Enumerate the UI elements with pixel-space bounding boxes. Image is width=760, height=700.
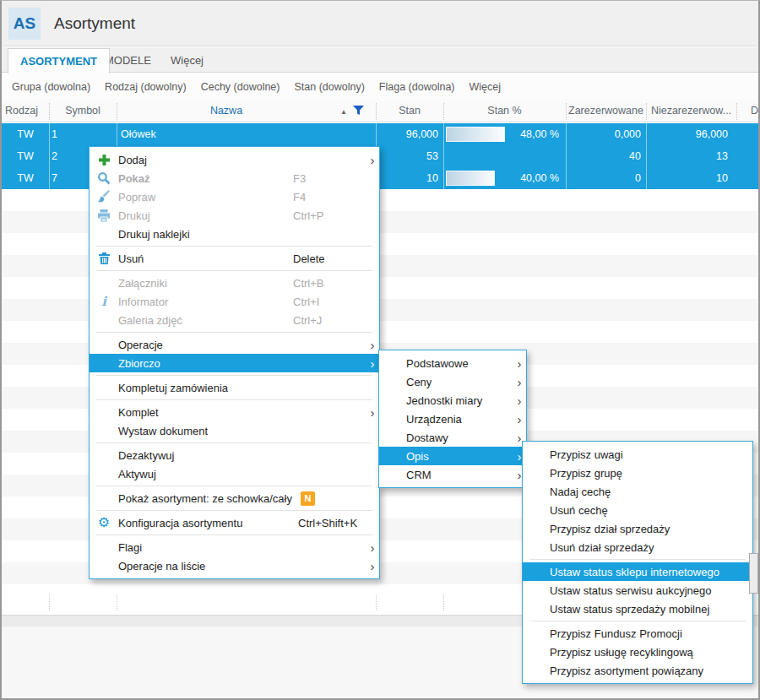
grid-header: Rodzaj Symbol Nazwa ▲ Stan Stan % Zareze… bbox=[2, 100, 758, 122]
menu-item-pokaz[interactable]: Pokaż F3 bbox=[90, 169, 379, 187]
menu-item-drukuj-naklejki[interactable]: Drukuj naklejki bbox=[90, 225, 379, 243]
menu-item-operacje[interactable]: Operacje › bbox=[90, 335, 379, 354]
menu-item-pokaz-asortyment[interactable]: Pokaż asortyment: ze schowka/cały N bbox=[90, 489, 379, 507]
menu-item-popraw[interactable]: Popraw F4 bbox=[90, 187, 379, 206]
tab-bar: ASORTYMENT MODELE Więcej bbox=[2, 47, 758, 73]
sort-asc-icon[interactable]: ▲ bbox=[340, 100, 350, 122]
submenu-arrow-icon: › bbox=[513, 394, 526, 407]
column-header-nazwa[interactable]: Nazwa bbox=[117, 100, 336, 122]
menu-item-dostawy[interactable]: Dostawy › bbox=[379, 428, 526, 447]
menu-item-usun[interactable]: Usuń Delete bbox=[90, 249, 379, 268]
table-row[interactable]: TW 1 Ołówek 96,000 48,00 % 0,000 96,000 bbox=[2, 123, 758, 145]
menu-separator bbox=[529, 559, 746, 560]
column-header-niezarezerwowane[interactable]: Niezarezerwow... bbox=[646, 100, 736, 122]
cell-stan-pct: 40,00 % bbox=[443, 167, 559, 189]
filter-funnel-icon[interactable] bbox=[353, 100, 366, 122]
menu-item-przypisz-asortyment-powiazany[interactable]: Przypisz asortyment powiązany bbox=[523, 661, 752, 680]
submenu-arrow-icon: › bbox=[366, 560, 379, 572]
cell-stan: 10 bbox=[376, 167, 438, 189]
menu-item-przypisz-grupe[interactable]: Przypisz grupę bbox=[523, 464, 752, 482]
submenu-opis: Przypisz uwagi Przypisz grupę Nadaj cech… bbox=[522, 441, 753, 684]
menu-item-ceny[interactable]: Ceny › bbox=[379, 372, 526, 391]
cell-symbol: 1 bbox=[52, 123, 116, 145]
menu-item-galeria-zdjec[interactable]: Galeria zdjęć Ctrl+J bbox=[90, 311, 379, 329]
info-icon: i bbox=[90, 294, 118, 309]
menu-item-nadaj-ceche[interactable]: Nadaj cechę bbox=[523, 482, 752, 501]
cell-stan: 96,000 bbox=[376, 123, 438, 145]
menu-item-informator[interactable]: i Informator Ctrl+I bbox=[90, 292, 379, 311]
brush-icon bbox=[90, 190, 118, 203]
column-header-symbol[interactable]: Symbol bbox=[49, 100, 117, 122]
menu-item-dodaj[interactable]: Dodaj › bbox=[90, 150, 379, 169]
menu-separator bbox=[96, 375, 372, 376]
menu-item-przypisz-uwagi[interactable]: Przypisz uwagi bbox=[523, 445, 752, 464]
column-header-zarezerwowane[interactable]: Zarezerwowane bbox=[566, 100, 646, 122]
submenu-arrow-icon: › bbox=[366, 154, 379, 166]
menu-item-aktywuj[interactable]: Aktywuj bbox=[90, 464, 379, 483]
n-badge: N bbox=[301, 491, 315, 506]
column-header-rodzaj[interactable]: Rodzaj bbox=[5, 100, 47, 122]
vertical-scrollbar-thumb[interactable] bbox=[749, 553, 758, 594]
menu-item-opis[interactable]: Opis › bbox=[379, 447, 526, 465]
title-bar: AS Asortyment bbox=[2, 1, 758, 46]
filter-wiecej[interactable]: Więcej bbox=[466, 81, 505, 93]
submenu-arrow-icon: › bbox=[513, 357, 526, 370]
menu-separator bbox=[96, 442, 372, 443]
menu-separator bbox=[96, 486, 372, 486]
page-title: Asortyment bbox=[54, 1, 135, 46]
submenu-arrow-icon: › bbox=[366, 357, 379, 370]
magnifier-icon bbox=[90, 171, 118, 185]
menu-item-dezaktywuj[interactable]: Dezaktywuj bbox=[90, 446, 379, 464]
tab-asortyment[interactable]: ASORTYMENT bbox=[8, 48, 110, 73]
menu-item-komplet[interactable]: Komplet › bbox=[90, 403, 379, 421]
menu-item-usun-dzial-sprzedazy[interactable]: Usuń dział sprzedaży bbox=[523, 538, 752, 556]
cell-zarezerwowane: 0,000 bbox=[566, 123, 641, 145]
cell-rodzaj: TW bbox=[2, 145, 49, 167]
menu-separator bbox=[96, 270, 372, 271]
menu-separator bbox=[529, 621, 746, 621]
filter-stan[interactable]: Stan (dowolny) bbox=[290, 81, 367, 93]
filter-bar: Grupa (dowolna) Rodzaj (dowolny) Cechy (… bbox=[2, 73, 758, 100]
menu-item-ustaw-status-serwisu-aukcyjnego[interactable]: Ustaw status serwisu aukcyjnego bbox=[523, 581, 752, 600]
filter-rodzaj[interactable]: Rodzaj (dowolny) bbox=[101, 81, 190, 93]
menu-item-drukuj[interactable]: Drukuj Ctrl+P bbox=[90, 206, 379, 225]
menu-item-zalaczniki[interactable]: Załączniki Ctrl+B bbox=[90, 274, 379, 292]
menu-item-podstawowe[interactable]: Podstawowe › bbox=[379, 354, 526, 372]
menu-item-ustaw-status-sklepu-internetowego[interactable]: Ustaw status sklepu internetowego bbox=[523, 562, 752, 581]
cell-rodzaj: TW bbox=[2, 123, 49, 145]
printer-icon bbox=[90, 209, 118, 222]
context-menu: Dodaj › Pokaż F3 Popraw F4 Drukuj Ctrl+P bbox=[89, 146, 380, 579]
tab-wiecej[interactable]: Więcej bbox=[162, 48, 212, 73]
submenu-arrow-icon: › bbox=[366, 406, 379, 419]
menu-item-usun-ceche[interactable]: Usuń cechę bbox=[523, 501, 752, 519]
submenu-arrow-icon: › bbox=[513, 413, 526, 426]
filter-grupa[interactable]: Grupa (dowolna) bbox=[8, 81, 94, 93]
menu-separator bbox=[96, 510, 372, 511]
filter-cechy[interactable]: Cechy (dowolne) bbox=[198, 81, 284, 93]
menu-item-przypisz-usluge-recyklingowa[interactable]: Przypisz usługę recyklingową bbox=[523, 643, 752, 661]
cell-nazwa: Ołówek bbox=[121, 123, 374, 145]
menu-item-konfiguracja-asortymentu[interactable]: ⚙ Konfiguracja asortymentu Ctrl+Shift+K bbox=[90, 513, 379, 532]
menu-separator bbox=[96, 399, 372, 400]
menu-item-jednostki-miary[interactable]: Jednostki miary › bbox=[379, 391, 526, 410]
column-header-stan-pct[interactable]: Stan % bbox=[443, 100, 566, 122]
plus-icon bbox=[90, 154, 118, 166]
menu-item-urzadzenia[interactable]: Urządzenia › bbox=[379, 410, 526, 428]
menu-item-kompletuj-zamowienia[interactable]: Kompletuj zamówienia bbox=[90, 378, 379, 397]
menu-separator bbox=[96, 246, 372, 247]
menu-item-flagi[interactable]: Flagi › bbox=[90, 538, 379, 556]
cell-zarezerwowane: 0 bbox=[566, 167, 641, 189]
submenu-arrow-icon: › bbox=[513, 376, 526, 388]
filter-flaga[interactable]: Flaga (dowolna) bbox=[376, 81, 459, 93]
menu-item-zbiorczo[interactable]: Zbiorczo › bbox=[90, 354, 379, 372]
gear-icon: ⚙ bbox=[90, 516, 118, 529]
cell-rodzaj: TW bbox=[2, 167, 49, 189]
menu-item-operacje-na-liscie[interactable]: Operacje na liście › bbox=[90, 556, 379, 575]
column-header-d[interactable]: D bbox=[736, 100, 760, 122]
menu-item-crm[interactable]: CRM › bbox=[379, 465, 526, 484]
column-header-stan[interactable]: Stan bbox=[376, 100, 443, 122]
menu-item-ustaw-status-sprzedazy-mobilnej[interactable]: Ustaw status sprzedaży mobilnej bbox=[523, 600, 752, 618]
menu-item-przypisz-fundusz-promocji[interactable]: Przypisz Fundusz Promocji bbox=[523, 624, 752, 643]
menu-item-wystaw-dokument[interactable]: Wystaw dokument bbox=[90, 421, 379, 440]
menu-item-przypisz-dzial-sprzedazy[interactable]: Przypisz dział sprzedaży bbox=[523, 519, 752, 538]
